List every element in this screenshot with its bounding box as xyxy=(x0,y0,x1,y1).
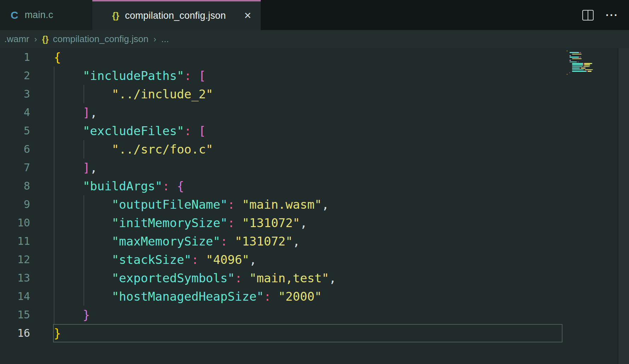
tab-bar: C main.c {} compilation_config.json ✕ ··… xyxy=(0,0,629,30)
code-line-text: "buildArgs": { xyxy=(30,177,184,195)
code-line[interactable]: 3 "../include_2" xyxy=(0,85,629,103)
minimap-line xyxy=(567,74,618,75)
line-number: 16 xyxy=(0,324,30,342)
code-line[interactable]: 15 } xyxy=(0,306,629,324)
close-tab-icon[interactable]: ✕ xyxy=(244,10,252,21)
more-actions-icon[interactable]: ··· xyxy=(606,9,618,21)
code-line-text: "maxMemorySize": "131072", xyxy=(30,232,300,250)
line-number: 10 xyxy=(0,214,30,232)
code-line[interactable]: 8 "buildArgs": { xyxy=(0,177,629,195)
chevron-right-icon: › xyxy=(34,34,37,44)
tab-main-c[interactable]: C main.c xyxy=(0,0,92,30)
tab-label: compilation_config.json xyxy=(125,10,226,21)
code-line-text: "initMemorySize": "131072", xyxy=(30,214,307,232)
code-line[interactable]: 1{ xyxy=(0,48,629,67)
indent-guide xyxy=(54,67,54,324)
code-line-text: "includePaths": [ xyxy=(30,67,206,85)
breadcrumb: .wamr › {} compilation_config.json › ... xyxy=(0,30,629,48)
code-line-text: "excludeFiles": [ xyxy=(30,122,206,140)
breadcrumb-file[interactable]: compilation_config.json xyxy=(53,34,148,45)
line-number: 6 xyxy=(0,140,30,158)
json-braces-icon: {} xyxy=(42,34,49,44)
line-number: 12 xyxy=(0,250,30,269)
code-line[interactable]: 13 "exportedSymbols": "main,test", xyxy=(0,269,629,287)
code-line-text: "../src/foo.c" xyxy=(30,140,213,158)
indent-guide xyxy=(83,140,84,158)
line-number: 13 xyxy=(0,269,30,287)
code-area: 1{2 "includePaths": [3 "../include_2"4 ]… xyxy=(0,48,629,342)
breadcrumb-folder[interactable]: .wamr xyxy=(4,34,29,45)
line-number: 7 xyxy=(0,158,30,177)
breadcrumb-symbol[interactable]: ... xyxy=(161,34,169,45)
indent-guide xyxy=(83,85,84,103)
minimap[interactable] xyxy=(567,50,618,362)
code-line[interactable]: 9 "outputFileName": "main.wasm", xyxy=(0,195,629,214)
code-line-text: "exportedSymbols": "main,test", xyxy=(30,269,336,287)
code-line[interactable]: 12 "stackSize": "4096", xyxy=(0,250,629,269)
indent-guide xyxy=(83,195,84,306)
code-line-text: "../include_2" xyxy=(30,85,213,103)
vertical-scrollbar[interactable] xyxy=(618,48,629,364)
code-line[interactable]: 2 "includePaths": [ xyxy=(0,67,629,85)
tab-compilation-config-json[interactable]: {} compilation_config.json ✕ xyxy=(92,0,261,30)
code-line[interactable]: 6 "../src/foo.c" xyxy=(0,140,629,158)
line-number: 15 xyxy=(0,306,30,324)
line-number: 8 xyxy=(0,177,30,195)
code-line-text: } xyxy=(30,306,90,324)
code-line-text: } xyxy=(30,324,61,342)
editor-actions: ··· xyxy=(582,0,629,30)
line-number: 5 xyxy=(0,122,30,140)
line-number: 3 xyxy=(0,85,30,103)
code-line-text: ], xyxy=(30,158,97,177)
line-number: 11 xyxy=(0,232,30,250)
line-number: 1 xyxy=(0,48,30,67)
line-number: 2 xyxy=(0,67,30,85)
split-editor-icon[interactable] xyxy=(582,10,594,21)
code-line[interactable]: 11 "maxMemorySize": "131072", xyxy=(0,232,629,250)
chevron-right-icon: › xyxy=(154,34,156,44)
c-file-icon: C xyxy=(11,9,18,21)
code-line-text: { xyxy=(30,48,61,67)
code-line-text: "outputFileName": "main.wasm", xyxy=(30,195,329,214)
code-line-text: "stackSize": "4096", xyxy=(30,250,256,269)
tab-label: main.c xyxy=(25,10,53,21)
line-number: 4 xyxy=(0,103,30,122)
code-line-text: ], xyxy=(30,103,97,122)
json-braces-icon: {} xyxy=(112,10,119,21)
code-line[interactable]: 4 ], xyxy=(0,103,629,122)
code-editor[interactable]: 1{2 "includePaths": [3 "../include_2"4 ]… xyxy=(0,48,629,364)
code-line[interactable]: 10 "initMemorySize": "131072", xyxy=(0,214,629,232)
code-line-text: "hostManagedHeapSize": "2000" xyxy=(30,287,322,306)
code-line[interactable]: 5 "excludeFiles": [ xyxy=(0,122,629,140)
line-number: 14 xyxy=(0,287,30,306)
code-line[interactable]: 7 ], xyxy=(0,158,629,177)
line-number: 9 xyxy=(0,195,30,214)
code-line[interactable]: 16} xyxy=(0,324,629,342)
code-line[interactable]: 14 "hostManagedHeapSize": "2000" xyxy=(0,287,629,306)
